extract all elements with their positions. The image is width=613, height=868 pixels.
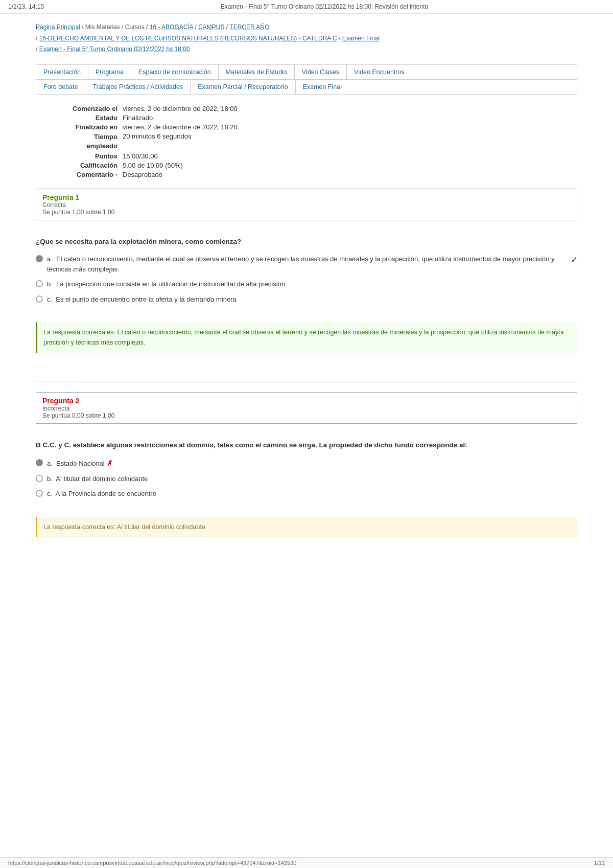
question-2-option-c: c. A la Provincia donde se encuentre — [36, 489, 577, 499]
radio-1-b — [36, 280, 43, 287]
nav-tabs-container: Presentación Programa Espacio de comunic… — [36, 64, 577, 95]
info-value-estado: Finalizado — [123, 114, 153, 122]
correct-answer-2: La respuesta correcta es: Al titular del… — [36, 517, 577, 537]
radio-2-c — [36, 490, 43, 497]
page-wrapper: Página Principal / Mis Materias / Cursos… — [26, 14, 587, 586]
radio-1-c — [36, 295, 43, 303]
answer-text-1-c: c. Es el punto de encuentro entre la ofe… — [47, 294, 577, 305]
breadcrumb-link-catedra[interactable]: 16-DERECHO AMBIENTAL Y DE LOS RECURSOS N… — [39, 35, 337, 42]
tab-trabajos[interactable]: Trabajos Prácticos / Actividades — [85, 80, 191, 94]
question-2-score: Se puntúa 0,00 sobre 1,00 — [42, 412, 571, 419]
info-value-tiempo: 20 minutos 6 segundos — [123, 132, 191, 151]
tab-foro[interactable]: Foro debate — [36, 80, 85, 94]
info-value-finalizado: viernes, 2 de diciembre de 2022, 18:20 — [123, 123, 238, 131]
info-label-tiempo: Tiempo empleado — [51, 132, 117, 151]
breadcrumb-link-abogacia[interactable]: 16 - ABOGACÍA — [150, 24, 193, 31]
breadcrumb-link-examen-final[interactable]: Examen Final — [342, 35, 380, 42]
question-1-option-a: a. El cateo o reconocimiento, mediante e… — [36, 254, 577, 274]
question-1-text: ¿Que se necesita para la explotación min… — [36, 237, 577, 247]
info-row-tiempo: Tiempo empleado 20 minutos 6 segundos — [51, 132, 577, 151]
question-1-header: Pregunta 1 Correcta Se puntúa 1,00 sobre… — [36, 189, 577, 220]
question-2-option-b: b. Al titular del dominio colindante — [36, 474, 577, 484]
question-1-status: Correcta — [42, 201, 571, 209]
tab-examen-final[interactable]: Examen Final — [296, 80, 349, 94]
info-label-calificacion: Calificación — [51, 162, 117, 169]
correct-answer-1: La respuesta correcta es: El cateo o rec… — [36, 322, 577, 353]
answer-text-2-b: b. Al titular del dominio colindante — [47, 474, 577, 484]
tab-materiales[interactable]: Materiales de Estudio — [219, 65, 295, 79]
tab-comunicacion[interactable]: Espacio de comunicación — [131, 65, 219, 79]
question-1-option-b: b. La prospección que consiste en la uti… — [36, 279, 577, 289]
tab-video-clases[interactable]: Video Clases — [295, 65, 347, 79]
info-value-comentario: Desaprobado — [123, 171, 162, 178]
separator-1 — [36, 381, 577, 382]
question-2-title: Pregunta 2 — [42, 397, 571, 405]
radio-2-b — [36, 475, 43, 482]
exam-info-table: Comenzado el viernes, 2 de diciembre de … — [51, 105, 577, 178]
info-row-puntos: Puntos 15,00/30,00 — [51, 152, 577, 160]
breadcrumb-link-home[interactable]: Página Principal — [36, 24, 80, 31]
answer-text-2-c: c. A la Provincia donde se encuentre — [47, 489, 577, 499]
info-row-calificacion: Calificación 5,00 de 10,00 (50%) — [51, 162, 577, 169]
info-label-estado: Estado — [51, 114, 117, 122]
answer-text-1-b: b. La prospección que consiste en la uti… — [47, 279, 577, 289]
tab-examen-parcial[interactable]: Examen Parcial / Recuperatorio — [191, 80, 295, 94]
tab-presentacion[interactable]: Presentación — [36, 65, 88, 79]
info-row-comenzado: Comenzado el viernes, 2 de diciembre de … — [51, 105, 577, 112]
nav-tabs-row2: Foro debate Trabajos Prácticos / Activid… — [36, 79, 577, 94]
nav-tabs-row1: Presentación Programa Espacio de comunic… — [36, 65, 577, 79]
question-2-text: B C.C. y C. establece algunas restriccio… — [36, 440, 577, 450]
top-bar: 1/2/23, 14:15 Examen - Final 5° Turno Or… — [0, 0, 613, 14]
tab-video-encuentros[interactable]: Video Encuentros — [347, 65, 411, 79]
breadcrumb-link-tercer[interactable]: TERCER AÑO — [229, 24, 269, 31]
checkmark-1-a: ✓ — [571, 254, 577, 266]
info-label-finalizado: Finalizado en — [51, 123, 117, 131]
question-1-content: ¿Que se necesita para la explotación min… — [36, 229, 577, 371]
radio-2-a — [36, 459, 43, 466]
question-1-title: Pregunta 1 — [42, 193, 571, 201]
question-2-status: Incorrecta — [42, 405, 571, 412]
tab-programa[interactable]: Programa — [88, 65, 131, 79]
question-1-score: Se puntúa 1,00 sobre 1,00 — [42, 209, 571, 216]
answer-text-1-a: a. El cateo o reconocimiento, mediante e… — [47, 254, 565, 274]
info-value-comenzado: viernes, 2 de diciembre de 2022, 18:00 — [123, 105, 238, 112]
info-label-comentario: Comentario - — [51, 171, 117, 178]
radio-1-a — [36, 255, 43, 262]
top-bar-title: Examen - Final 5° Turno Ordinario 02/12/… — [221, 3, 428, 10]
info-row-comentario: Comentario - Desaprobado — [51, 171, 577, 178]
info-row-finalizado: Finalizado en viernes, 2 de diciembre de… — [51, 123, 577, 131]
info-value-calificacion: 5,00 de 10,00 (50%) — [123, 162, 183, 169]
answer-text-2-a: a. Estado Nacional✗ — [47, 458, 577, 469]
question-1-option-c: c. Es el punto de encuentro entre la ofe… — [36, 294, 577, 305]
breadcrumb-link-examen-intento[interactable]: Examen - Final 5° Turno Ordinario 02/12/… — [39, 45, 190, 53]
info-label-puntos: Puntos — [51, 152, 117, 160]
breadcrumb: Página Principal / Mis Materias / Cursos… — [36, 22, 577, 55]
info-label-comenzado: Comenzado el — [51, 105, 117, 112]
question-2-content: B C.C. y C. establece algunas restriccio… — [36, 432, 577, 555]
info-row-estado: Estado Finalizado — [51, 114, 577, 122]
question-2-option-a: a. Estado Nacional✗ — [36, 458, 577, 469]
top-bar-datetime: 1/2/23, 14:15 — [8, 3, 44, 10]
question-2-header: Pregunta 2 Incorrecta Se puntúa 0,00 sob… — [36, 392, 577, 424]
crossmark-2-a: ✗ — [107, 459, 113, 467]
breadcrumb-link-campus[interactable]: CAMPUS — [198, 24, 224, 31]
info-value-puntos: 15,00/30,00 — [123, 152, 158, 160]
